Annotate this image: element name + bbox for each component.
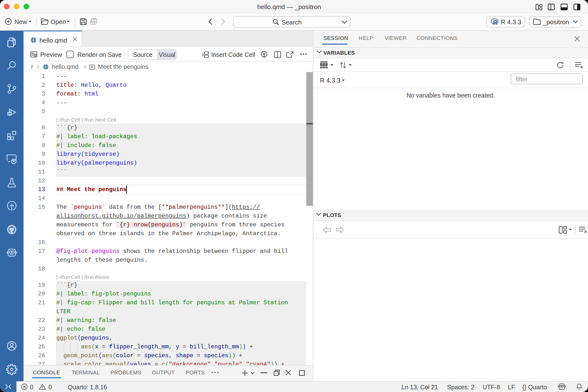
svg-text:R: R bbox=[493, 19, 498, 26]
